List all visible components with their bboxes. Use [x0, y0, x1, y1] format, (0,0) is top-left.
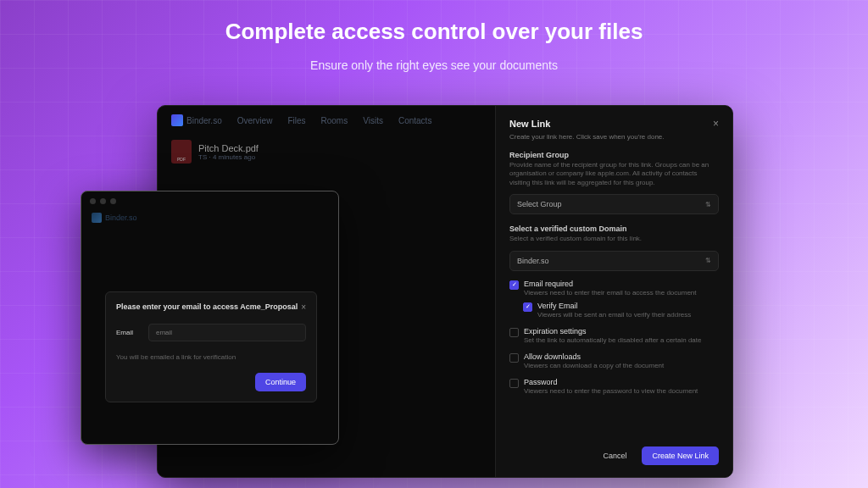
password-checkbox[interactable]: [509, 379, 519, 388]
email-required-checkbox[interactable]: [509, 280, 519, 290]
email-gate-modal: Please enter your email to access Acme_P…: [105, 291, 317, 402]
verify-email-label: Verify Email: [537, 302, 719, 310]
recipient-desc: Provide name of the recipient group for …: [509, 161, 719, 187]
app-logo: Binder.so: [171, 114, 222, 126]
file-name: Pitch Deck.pdf: [198, 143, 259, 153]
downloads-checkbox[interactable]: [509, 353, 519, 363]
expiration-label: Expiration settings: [524, 327, 719, 336]
hero-subtitle: Ensure only the right eyes see your docu…: [0, 58, 868, 72]
brand-text: Binder.so: [186, 116, 222, 125]
recipient-value: Select Group: [517, 200, 562, 208]
logo-icon: [171, 114, 183, 126]
viewer-logo: Binder.so: [81, 211, 338, 225]
domain-desc: Select a verified custom domain for this…: [509, 235, 719, 243]
downloads-label: Allow downloads: [524, 352, 719, 361]
file-meta: TS · 4 minutes ago: [198, 153, 259, 161]
recipient-label: Recipient Group: [509, 151, 719, 159]
nav-contacts[interactable]: Contacts: [398, 116, 431, 125]
continue-button[interactable]: Continue: [255, 373, 306, 391]
viewer-brand: Binder.so: [105, 214, 137, 222]
panel-subtitle: Create your link here. Click save when y…: [509, 133, 719, 141]
create-link-button[interactable]: Create New Link: [642, 446, 719, 465]
panel-title: New Link: [509, 119, 550, 129]
email-required-desc: Viewers need to enter their email to acc…: [524, 289, 719, 297]
recipient-select[interactable]: Select Group ⇅: [509, 194, 719, 214]
downloads-desc: Viewers can download a copy of the docum…: [524, 362, 719, 369]
new-link-panel: New Link × Create your link here. Click …: [495, 106, 732, 477]
chevron-updown-icon: ⇅: [705, 257, 711, 264]
chevron-updown-icon: ⇅: [705, 201, 711, 208]
viewer-window: Binder.so Please enter your email to acc…: [81, 191, 339, 445]
logo-icon: [92, 213, 102, 223]
traffic-lights: [81, 191, 338, 211]
password-label: Password: [524, 378, 719, 386]
email-input[interactable]: [148, 324, 306, 341]
cancel-button[interactable]: Cancel: [594, 446, 635, 465]
nav-files[interactable]: Files: [287, 116, 305, 125]
verify-email-desc: Viewers will be sent an email to verify …: [537, 311, 719, 319]
domain-label: Select a verified custom Domain: [509, 225, 719, 233]
nav-visits[interactable]: Visits: [363, 116, 383, 125]
pdf-icon: [171, 140, 192, 164]
domain-value: Binder.so: [517, 257, 549, 265]
modal-note: You will be emailed a link for verificat…: [116, 353, 306, 361]
hero-title: Complete access control over your files: [0, 19, 868, 45]
nav-rooms[interactable]: Rooms: [321, 116, 348, 125]
verify-email-checkbox[interactable]: [523, 302, 532, 312]
modal-title: Please enter your email to access Acme_P…: [116, 302, 298, 312]
close-icon[interactable]: ×: [301, 302, 306, 312]
email-required-label: Email required: [524, 280, 719, 288]
close-icon[interactable]: ×: [713, 118, 719, 130]
nav-overview[interactable]: Overview: [237, 116, 273, 125]
email-label: Email: [116, 329, 140, 336]
expiration-checkbox[interactable]: [509, 328, 519, 337]
domain-select[interactable]: Binder.so ⇅: [509, 251, 719, 271]
password-desc: Viewers need to enter the password to vi…: [524, 387, 719, 395]
expiration-desc: Set the link to automatically be disable…: [524, 336, 719, 344]
